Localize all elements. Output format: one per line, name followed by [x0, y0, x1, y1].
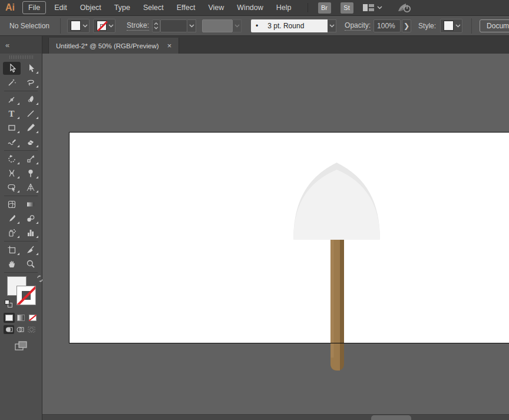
fill-color-dropdown[interactable]: [67, 19, 90, 33]
divider: [471, 18, 472, 34]
stroke-width-stepper[interactable]: [152, 19, 160, 32]
menu-file[interactable]: File: [22, 1, 46, 14]
brush-definition-dropdown[interactable]: • 3 pt. Round: [251, 19, 328, 32]
variable-width-profile-dropdown: [202, 19, 233, 32]
scale-tool[interactable]: [22, 153, 39, 166]
mesh-tool[interactable]: [3, 198, 21, 211]
menu-view[interactable]: View: [201, 2, 230, 14]
lasso-tool[interactable]: [22, 76, 39, 89]
gradient-button[interactable]: [15, 313, 27, 323]
menu-effect[interactable]: Effect: [170, 2, 202, 14]
graphic-styles-panel-button[interactable]: St: [341, 2, 353, 14]
artboard-tool[interactable]: [3, 243, 21, 256]
artboard-icon: [7, 245, 16, 254]
menu-help[interactable]: Help: [270, 2, 298, 14]
opacity-arrow-button[interactable]: ❯: [402, 19, 411, 32]
brush-name: 3 pt. Round: [267, 22, 304, 30]
document-setup-button[interactable]: Document Setup: [480, 19, 509, 32]
stroke-width-chevron[interactable]: [187, 19, 196, 32]
rotate-tool[interactable]: [3, 153, 21, 166]
shape-builder-tool[interactable]: [3, 181, 21, 194]
mesh-icon: [7, 200, 16, 209]
gradient-tool[interactable]: [22, 198, 39, 211]
type-tool[interactable]: T: [3, 107, 21, 120]
style-dropdown[interactable]: [440, 19, 462, 33]
stroke-color-box[interactable]: [16, 286, 36, 305]
scale-icon: [26, 154, 35, 164]
column-graph-icon: [26, 228, 35, 237]
pen-tool[interactable]: [3, 93, 21, 106]
type-tool-icon: T: [8, 110, 14, 118]
control-bar: No Selection Stroke: • 3 pt. Round Opaci…: [0, 16, 509, 36]
symbol-sprayer-tool[interactable]: [3, 226, 21, 239]
magic-wand-icon: [7, 78, 16, 87]
drawing-mode-buttons: [0, 324, 42, 335]
style-swatch: [444, 21, 454, 31]
line-segment-icon: [26, 109, 35, 118]
stroke-color-dropdown[interactable]: [93, 19, 115, 33]
paintbrush-tool[interactable]: [22, 121, 39, 134]
none-button[interactable]: [27, 313, 38, 323]
curvature-tool[interactable]: [22, 93, 39, 106]
opacity-label[interactable]: Opacity:: [345, 21, 371, 31]
perspective-grid-tool[interactable]: [22, 181, 39, 194]
color-button[interactable]: [4, 313, 15, 323]
eraser-tool[interactable]: [22, 135, 39, 148]
line-segment-tool[interactable]: [22, 107, 39, 120]
scrollbar-thumb[interactable]: [371, 415, 411, 420]
workspace-switcher[interactable]: [363, 4, 382, 12]
brush-chevron[interactable]: [328, 19, 336, 32]
document-tab-title: Untitled-2* @ 50% (RGB/Preview): [56, 42, 159, 49]
blend-tool[interactable]: [22, 212, 39, 225]
direct-selection-tool[interactable]: [22, 62, 39, 75]
draw-normal-button[interactable]: [4, 325, 14, 334]
hand-tool[interactable]: [3, 257, 21, 270]
menu-edit[interactable]: Edit: [48, 2, 74, 14]
width-tool[interactable]: [3, 167, 21, 180]
draw-inside-button[interactable]: [26, 325, 37, 334]
shaper-icon: [7, 137, 16, 147]
menu-type[interactable]: Type: [108, 2, 137, 14]
slice-knife-icon: [26, 245, 35, 254]
shaper-tool[interactable]: [3, 135, 21, 148]
menu-object[interactable]: Object: [74, 2, 108, 14]
illustrator-logo: Ai: [0, 2, 21, 13]
stroke-label[interactable]: Stroke:: [127, 21, 149, 31]
stroke-width-input[interactable]: [160, 19, 187, 32]
brush-dot: •: [256, 22, 258, 30]
document-tab-strip: Untitled-2* @ 50% (RGB/Preview) ×: [42, 36, 509, 54]
zoom-tool[interactable]: [22, 257, 39, 270]
rectangle-tool[interactable]: [3, 121, 21, 134]
gpu-performance-button[interactable]: [396, 2, 412, 14]
menu-select[interactable]: Select: [137, 2, 170, 14]
draw-behind-button[interactable]: [15, 325, 25, 334]
menu-window[interactable]: Window: [230, 2, 269, 14]
chevron-down-icon: [108, 24, 114, 28]
document-area: Untitled-2* @ 50% (RGB/Preview) ×: [42, 36, 509, 420]
fill-swatch: [71, 21, 81, 31]
curvature-pen-icon: [26, 95, 35, 104]
change-screen-mode-button[interactable]: [0, 335, 42, 350]
tab-close-icon[interactable]: ×: [167, 42, 172, 49]
horizontal-scrollbar[interactable]: [42, 414, 509, 420]
brushes-panel-button[interactable]: Br: [318, 2, 331, 14]
magnifier-icon: [26, 259, 35, 269]
default-fill-stroke-icon[interactable]: [5, 300, 13, 308]
rotate-icon: [7, 154, 16, 164]
chevron-down-icon: [189, 24, 194, 28]
slice-tool[interactable]: [22, 243, 39, 256]
canvas-area[interactable]: [42, 54, 509, 420]
eyedropper-icon: [7, 214, 16, 223]
magic-wand-tool[interactable]: [3, 76, 21, 89]
artboard[interactable]: [69, 132, 509, 343]
opacity-input[interactable]: 100%: [374, 19, 401, 32]
selection-tool[interactable]: [3, 62, 21, 75]
puppet-warp-tool[interactable]: [22, 167, 39, 180]
paintbrush-icon: [26, 123, 35, 133]
collapse-panel-button[interactable]: «: [5, 41, 9, 49]
column-graph-tool[interactable]: [22, 226, 39, 239]
document-tab[interactable]: Untitled-2* @ 50% (RGB/Preview) ×: [48, 38, 179, 54]
tools-panel-grip[interactable]: [9, 55, 33, 59]
eyedropper-tool[interactable]: [3, 212, 21, 225]
direct-selection-arrow-icon: [26, 64, 35, 73]
